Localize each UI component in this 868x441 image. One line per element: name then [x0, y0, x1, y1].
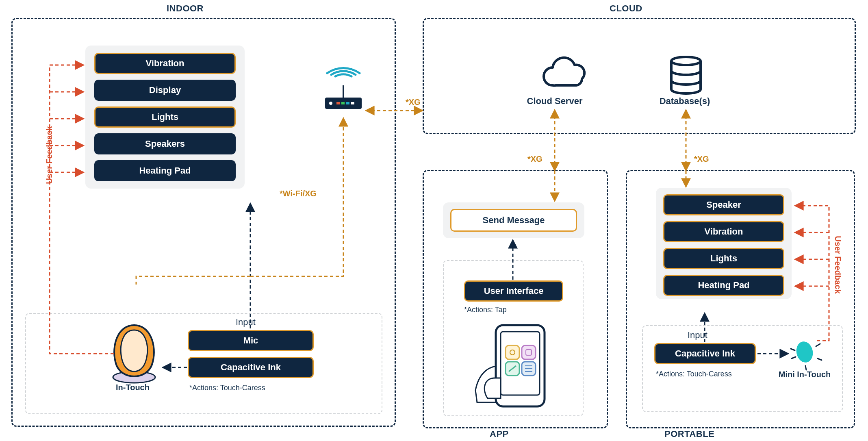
cloud-server-label: Cloud Server — [520, 96, 589, 106]
app-ui-pill: User Interface — [464, 280, 563, 302]
portable-feedback-label: User Feedback — [833, 236, 842, 293]
section-title-app: APP — [490, 429, 509, 439]
indoor-output-vibration: Vibration — [94, 53, 236, 74]
portable-input-subpanel — [642, 325, 843, 412]
portable-input-capink: Capacitive Ink — [654, 343, 756, 364]
indoor-output-speakers: Speakers — [94, 133, 236, 154]
indoor-output-heatingpad: Heating Pad — [94, 160, 236, 181]
portable-output-vibration: Vibration — [663, 221, 784, 242]
cloud-db-label: Database(s) — [650, 96, 719, 106]
indoor-actions-note: *Actions: Touch-Caress — [189, 384, 265, 392]
app-send-message: Send Message — [450, 209, 577, 232]
indoor-output-lights: Lights — [94, 106, 236, 128]
portable-device-label: Mini In-Touch — [776, 370, 833, 379]
section-title-portable: PORTABLE — [664, 429, 714, 439]
xg-router-label: *XG — [406, 98, 421, 107]
indoor-outputs-box: Vibration Display Lights Speakers Heatin… — [85, 46, 245, 189]
indoor-output-display: Display — [94, 80, 236, 101]
xg-portable-label: *XG — [694, 154, 709, 164]
indoor-device-label: In-Touch — [116, 383, 150, 392]
app-sendmsg-box: Send Message — [443, 202, 584, 238]
portable-input-title: Input — [688, 330, 707, 341]
portable-output-lights: Lights — [663, 248, 784, 269]
indoor-input-capink: Capacitive Ink — [188, 357, 314, 378]
app-actions-note: *Actions: Tap — [464, 306, 507, 314]
portable-output-speaker: Speaker — [663, 194, 784, 215]
xg-app-label: *XG — [527, 154, 542, 164]
portable-outputs-box: Speaker Vibration Lights Heating Pad — [656, 188, 792, 299]
portable-output-heatingpad: Heating Pad — [663, 275, 784, 296]
indoor-input-mic: Mic — [188, 330, 314, 351]
cloud-panel — [423, 18, 856, 134]
indoor-wifi-xg-label: *Wi-Fi/XG — [280, 189, 317, 198]
indoor-input-title: Input — [236, 317, 256, 328]
portable-actions-note: *Actions: Touch-Caress — [656, 370, 732, 378]
section-title-cloud: CLOUD — [610, 3, 642, 14]
indoor-feedback-label: User Feedback — [45, 126, 54, 184]
section-title-indoor: INDOOR — [167, 3, 204, 14]
